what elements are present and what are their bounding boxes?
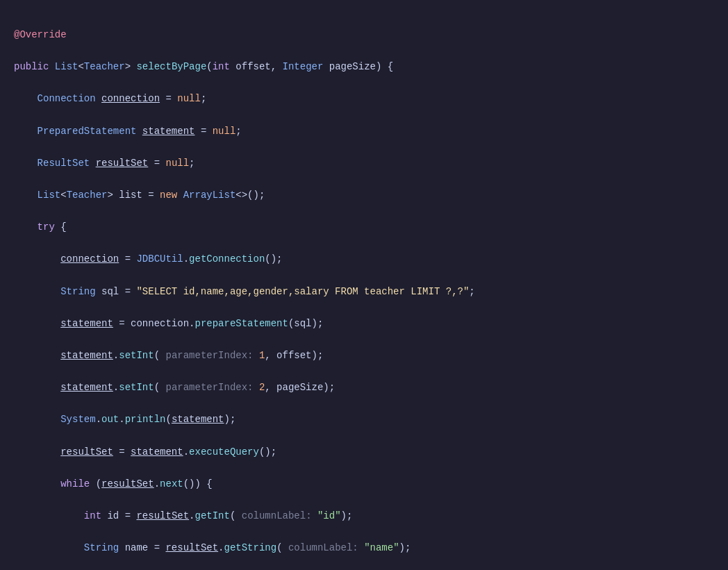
line-setint1: statement.setInt( parameterIndex: 1, off… <box>14 348 714 364</box>
line-annotation: @Override <box>14 27 714 43</box>
line-sql-decl: String sql = "SELECT id,name,age,gender,… <box>14 284 714 300</box>
line-setint2: statement.setInt( parameterIndex: 2, pag… <box>14 380 714 396</box>
type-list: List <box>55 61 78 72</box>
line-try: try { <box>14 219 714 235</box>
line-list-decl: List<Teacher> list = new ArrayList<>(); <box>14 187 714 203</box>
code-editor: @Override public List<Teacher> selectByP… <box>14 11 714 570</box>
annotation-text: @Override <box>14 29 67 40</box>
line-conn-decl: Connection connection = null; <box>14 91 714 107</box>
kw-public: public <box>14 61 49 72</box>
line-stmt-assign: statement = connection.prepareStatement(… <box>14 316 714 332</box>
line-rs-assign: resultSet = statement.executeQuery(); <box>14 444 714 460</box>
line-while: while (resultSet.next()) { <box>14 476 714 492</box>
line-method-sig: public List<Teacher> selectByPage(int of… <box>14 59 714 75</box>
line-id: int id = resultSet.getInt( columnLabel: … <box>14 508 714 524</box>
line-println: System.out.println(statement); <box>14 412 714 428</box>
line-name: String name = resultSet.getString( colum… <box>14 540 714 556</box>
line-stmt-decl: PreparedStatement statement = null; <box>14 124 714 140</box>
line-rs-decl: ResultSet resultSet = null; <box>14 156 714 171</box>
line-conn-assign: connection = JDBCUtil.getConnection(); <box>14 251 714 267</box>
